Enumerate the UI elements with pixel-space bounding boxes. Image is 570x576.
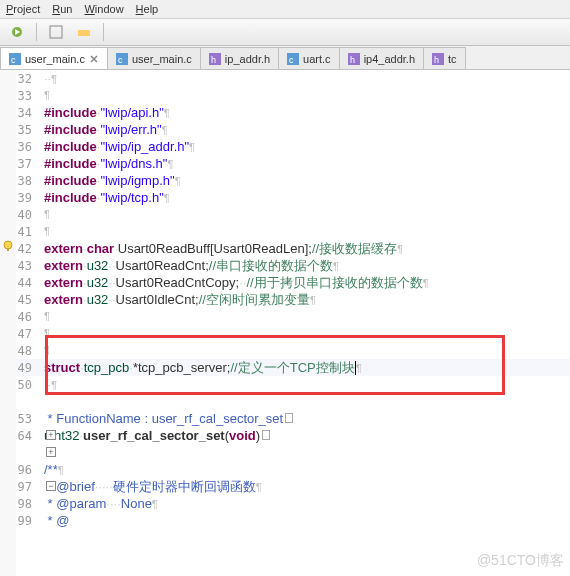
code-editor[interactable]: 32··¶ 33¶ 34#include·"lwip/api.h"¶ 35#in…: [0, 70, 570, 576]
svg-text:c: c: [11, 55, 16, 65]
code-line: 96/**¶: [0, 461, 570, 478]
code-line: 43extern·u32··Usart0ReadCnt;//串口接收的数据个数¶: [0, 257, 570, 274]
code-line: 97 * @brief·····硬件定时器中断回调函数¶: [0, 478, 570, 495]
toolbar-button[interactable]: [45, 21, 67, 43]
code-line: 34#include·"lwip/api.h"¶: [0, 104, 570, 121]
tab-ip4-addr-h[interactable]: h ip4_addr.h: [339, 47, 424, 69]
svg-rect-2: [78, 30, 90, 36]
tab-uart-c[interactable]: c uart.c: [278, 47, 340, 69]
code-line: 48¶: [0, 342, 570, 359]
gutter: [0, 70, 16, 576]
code-line: 98 * @param····None¶: [0, 495, 570, 512]
code-line: 46¶: [0, 308, 570, 325]
quickfix-icon[interactable]: [2, 240, 14, 252]
tab-label: uart.c: [303, 53, 331, 65]
code-line: 40¶: [0, 206, 570, 223]
code-line: 35#include·"lwip/err.h"¶: [0, 121, 570, 138]
svg-text:c: c: [289, 55, 294, 65]
svg-text:c: c: [118, 55, 123, 65]
code-line: 32··¶: [0, 70, 570, 87]
code-line: 36#include·"lwip/ip_addr.h"¶: [0, 138, 570, 155]
tab-user-main-c-2[interactable]: c user_main.c: [107, 47, 201, 69]
svg-rect-16: [7, 248, 9, 251]
tab-label: ip_addr.h: [225, 53, 270, 65]
menu-run[interactable]: Run: [52, 3, 72, 15]
tab-user-main-c[interactable]: c user_main.c: [0, 47, 108, 69]
code-line: 38#include·"lwip/igmp.h"¶: [0, 172, 570, 189]
h-file-icon: h: [432, 53, 444, 65]
svg-point-15: [4, 241, 12, 249]
menubar: Project Run Window Help: [0, 0, 570, 18]
c-file-icon: c: [287, 53, 299, 65]
c-file-icon: c: [116, 53, 128, 65]
editor-tabbar: c user_main.c c user_main.c h ip_addr.h …: [0, 46, 570, 70]
toolbar-separator: [103, 23, 104, 41]
fold-collapse-icon[interactable]: −: [46, 481, 56, 491]
h-file-icon: h: [348, 53, 360, 65]
tab-label: user_main.c: [132, 53, 192, 65]
code-line: 50··¶: [0, 376, 570, 393]
code-line: 47¶: [0, 325, 570, 342]
tab-label: user_main.c: [25, 53, 85, 65]
fold-expand-icon[interactable]: +: [46, 447, 56, 457]
code-line: 39#include·"lwip/tcp.h"¶: [0, 189, 570, 206]
watermark: @51CTO博客: [477, 552, 564, 570]
code-line: 64uint32·user_rf_cal_sector_set(void): [0, 427, 570, 444]
svg-text:h: h: [211, 55, 216, 65]
code-line: 37#include·"lwip/dns.h"¶: [0, 155, 570, 172]
toolbar: [0, 18, 570, 46]
code-line: [0, 444, 570, 461]
code-line: [0, 393, 570, 410]
tab-ip-addr-h[interactable]: h ip_addr.h: [200, 47, 279, 69]
menu-help[interactable]: Help: [136, 3, 159, 15]
toolbar-button[interactable]: [6, 21, 28, 43]
menu-project[interactable]: Project: [6, 3, 40, 15]
tab-label: tc: [448, 53, 457, 65]
code-line: 41¶: [0, 223, 570, 240]
svg-text:h: h: [434, 55, 439, 65]
menu-window[interactable]: Window: [84, 3, 123, 15]
svg-rect-1: [50, 26, 62, 38]
code-line: 33¶: [0, 87, 570, 104]
code-line: 42extern·char·Usart0ReadBuff[Usart0ReadL…: [0, 240, 570, 257]
toolbar-separator: [36, 23, 37, 41]
fold-expand-icon[interactable]: +: [46, 430, 56, 440]
toolbar-button[interactable]: [73, 21, 95, 43]
code-line: 44extern·u32··Usart0ReadCntCopy;··//用于拷贝…: [0, 274, 570, 291]
svg-text:h: h: [350, 55, 355, 65]
code-line: 53 * FunctionName : user_rf_cal_sector_s…: [0, 410, 570, 427]
code-line: 99 * @: [0, 512, 570, 529]
tab-label: ip4_addr.h: [364, 53, 415, 65]
code-line: 49struct·tcp_pcb·*tcp_pcb_server;//定义一个T…: [0, 359, 570, 376]
code-line: 45extern·u32··Usart0IdleCnt;//空闲时间累加变量¶: [0, 291, 570, 308]
close-icon[interactable]: [89, 54, 99, 64]
h-file-icon: h: [209, 53, 221, 65]
tab-tc[interactable]: h tc: [423, 47, 466, 69]
c-file-icon: c: [9, 53, 21, 65]
